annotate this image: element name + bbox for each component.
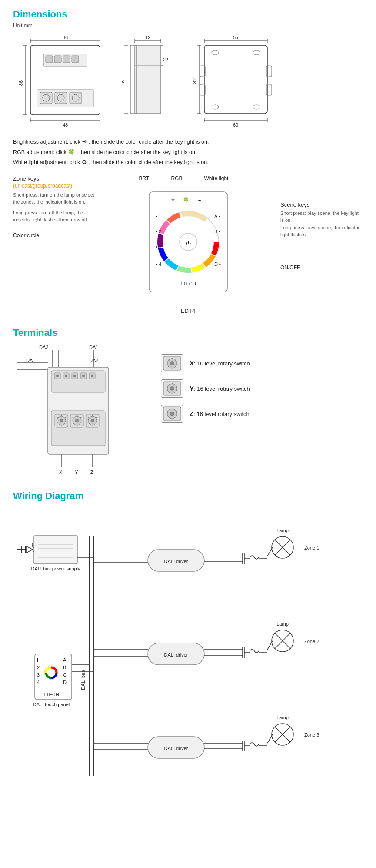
svg-point-164 — [174, 417, 175, 418]
svg-text:Y: Y — [75, 469, 78, 475]
wiring-diagram: DALI bus power supply DALI bus DALI driv… — [13, 506, 363, 821]
on-off-label: ON/OFF — [280, 265, 363, 271]
brt-rgb-labels: BRT RGB White light — [139, 175, 229, 181]
svg-text:A: A — [63, 657, 67, 663]
svg-point-139 — [168, 359, 170, 361]
svg-text:C •: C • — [214, 244, 221, 249]
white-label: White light — [204, 175, 228, 181]
svg-rect-37 — [135, 45, 161, 114]
svg-text:Lamp: Lamp — [276, 621, 289, 627]
svg-text:DALI driver: DALI driver — [164, 559, 188, 564]
svg-text:DALI driver: DALI driver — [164, 746, 188, 751]
svg-text:D •: D • — [214, 261, 221, 267]
svg-point-121 — [73, 417, 74, 418]
svg-point-112 — [60, 419, 63, 422]
switch-x-label: X: 10 level rotary switch — [190, 359, 250, 367]
svg-point-137 — [172, 358, 173, 359]
svg-point-156 — [170, 412, 174, 416]
svg-text:I: I — [37, 657, 38, 663]
svg-point-105 — [65, 375, 67, 377]
svg-text:4: 4 — [37, 680, 40, 685]
svg-point-160 — [169, 409, 170, 410]
svg-text:DALI touch panel: DALI touch panel — [33, 702, 70, 707]
back-view-figure: 55 82 60 — [191, 33, 278, 129]
svg-text:• 1: • 1 — [156, 214, 161, 219]
zone-keys-title: Zone keys — [13, 175, 96, 182]
terminals-right: X: 10 level rotary switch — [161, 341, 363, 430]
svg-text:LTECH: LTECH — [43, 692, 59, 697]
description-text: Brightness adjustment: click ☀ , then sl… — [13, 137, 363, 168]
svg-text:Zone 1: Zone 1 — [304, 545, 319, 550]
svg-point-149 — [167, 385, 168, 386]
svg-text:A •: A • — [214, 214, 220, 219]
svg-point-51 — [212, 105, 219, 109]
terminals-content: DA2 DA1 DA1 DA2 — [13, 341, 363, 477]
dimensions-figures: 86 86 48 — [17, 33, 363, 129]
svg-point-118 — [75, 419, 79, 422]
svg-text:DA1: DA1 — [89, 345, 98, 350]
switch-z-label: Z: 16 level rotary switch — [190, 410, 250, 417]
scene-keys-title: Scene keys — [280, 201, 363, 208]
svg-text:48: 48 — [122, 80, 125, 86]
svg-point-124 — [91, 419, 94, 422]
svg-text:22: 22 — [163, 57, 168, 62]
svg-text:86: 86 — [18, 80, 23, 86]
switch-z-svg — [163, 406, 182, 422]
side-view-figure: 12 22 48 — [122, 33, 174, 129]
zone-keys-subtitle: (unicast/group/broadcast) — [13, 183, 96, 189]
svg-point-104 — [56, 375, 59, 377]
svg-text:86: 86 — [63, 35, 68, 40]
svg-rect-48 — [204, 45, 267, 114]
svg-text:DA1: DA1 — [26, 358, 35, 363]
svg-rect-13 — [72, 56, 79, 63]
svg-text:60: 60 — [233, 122, 238, 127]
svg-point-153 — [169, 392, 170, 392]
switch-row-y: Y: 16 level rotary switch — [161, 379, 363, 398]
svg-rect-10 — [46, 56, 53, 63]
svg-text:D: D — [63, 680, 67, 685]
svg-text:DALI bus: DALI bus — [80, 670, 86, 690]
switch-y-svg — [163, 381, 182, 396]
svg-text:⏻: ⏻ — [186, 241, 190, 246]
svg-point-147 — [176, 385, 177, 386]
zone-keys-box: Zone keys (unicast/group/broadcast) Shor… — [13, 175, 96, 238]
svg-point-115 — [57, 417, 58, 418]
svg-point-144 — [170, 386, 174, 391]
svg-point-136 — [170, 361, 174, 365]
svg-text:Zone 2: Zone 2 — [304, 639, 319, 644]
svg-point-163 — [167, 415, 168, 416]
switch-icon-x — [161, 354, 183, 372]
svg-text:C: C — [63, 672, 67, 677]
svg-rect-15 — [40, 92, 52, 104]
rgb-label: RGB — [171, 175, 182, 181]
svg-point-138 — [175, 359, 176, 361]
svg-line-215 — [267, 641, 273, 650]
scene-keys-desc: Short press: play scene, the key light i… — [280, 210, 363, 238]
svg-point-125 — [92, 414, 93, 416]
svg-point-50 — [253, 50, 260, 55]
zone-keys-desc2: Long press: turn off the lamp, the indic… — [13, 209, 96, 224]
svg-point-52 — [253, 105, 260, 109]
wiring-title: Wiring Diagram — [13, 490, 363, 502]
svg-point-126 — [96, 417, 97, 418]
svg-point-145 — [172, 383, 173, 384]
svg-point-165 — [169, 417, 170, 418]
svg-point-141 — [168, 365, 170, 367]
svg-rect-16 — [55, 92, 67, 104]
svg-text:Zone 3: Zone 3 — [304, 732, 319, 737]
dimensions-title: Dimensions — [13, 9, 363, 20]
svg-point-162 — [176, 415, 177, 416]
svg-point-158 — [174, 409, 175, 410]
svg-point-114 — [65, 417, 66, 418]
svg-text:DA2: DA2 — [39, 345, 48, 350]
switch-icon-y — [161, 379, 183, 398]
svg-point-140 — [175, 365, 176, 367]
svg-text:Z: Z — [90, 469, 93, 475]
svg-text:• 2: • 2 — [156, 229, 161, 234]
svg-point-119 — [77, 414, 78, 416]
svg-text:X: X — [59, 469, 63, 475]
switch-row-x: X: 10 level rotary switch — [161, 354, 363, 372]
svg-point-151 — [167, 390, 168, 391]
svg-point-120 — [80, 417, 82, 418]
svg-point-152 — [174, 392, 175, 392]
